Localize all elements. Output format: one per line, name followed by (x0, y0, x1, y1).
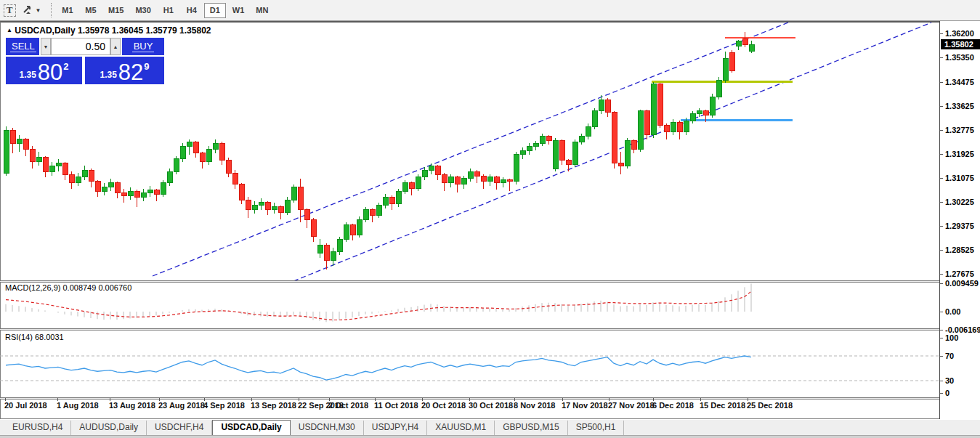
candle-body (657, 84, 663, 125)
date-label: 2 Oct 2018 (328, 401, 368, 410)
chart-tab-usdjpy[interactable]: USDJPY,H4 (364, 421, 427, 435)
axis-tick (940, 330, 943, 330)
candle-body (461, 179, 466, 184)
candle-body (572, 142, 578, 164)
candle-body (115, 183, 120, 193)
price-axis-label: 1.29375 (945, 222, 974, 230)
pane-divider (0, 397, 980, 400)
axis-tick (940, 106, 943, 107)
candle-body (566, 161, 571, 165)
timeframe-button-h4[interactable]: H4 (181, 3, 203, 18)
buy-price-display[interactable]: 1.35 82 9 (85, 57, 164, 84)
channel-trendline[interactable] (153, 23, 788, 276)
candle-body (684, 121, 689, 132)
volume-decrease-button[interactable]: ▼ (41, 38, 51, 55)
timeframe-button-m5[interactable]: M5 (80, 3, 102, 18)
rsi-pane-canvas[interactable] (0, 330, 939, 397)
date-label: 20 Oct 2018 (421, 401, 466, 410)
sell-price-display[interactable]: 1.35 80 2 (6, 57, 82, 84)
candle-body (161, 183, 166, 195)
candle-body (76, 177, 81, 183)
macd-pane-canvas[interactable] (0, 283, 939, 328)
candle-body (514, 155, 519, 182)
candle-body (402, 183, 408, 192)
macd-signal-line (6, 291, 751, 320)
candle-body (736, 41, 741, 46)
date-label: 30 Oct 2018 (469, 401, 513, 410)
candle-body (337, 239, 342, 251)
timeframe-button-m30[interactable]: M30 (130, 3, 155, 18)
price-axis[interactable]: 1.362001.353501.344751.336251.327751.319… (939, 21, 980, 419)
volume-increase-button[interactable]: ▲ (110, 38, 121, 55)
sell-button[interactable]: SELL (6, 38, 39, 55)
chart-tab-xauusd[interactable]: XAUUSD,M1 (427, 421, 495, 435)
candle-body (383, 197, 388, 206)
candle-body (455, 177, 460, 184)
date-label: 11 Oct 2018 (374, 401, 418, 410)
candle-body (219, 143, 224, 160)
candle-body (527, 146, 532, 150)
date-label: 17 Nov 2018 (562, 401, 608, 410)
candle-body (69, 174, 74, 183)
chart-tab-usdcnh[interactable]: USDCNH,M30 (291, 421, 364, 435)
candle-body (409, 183, 414, 189)
chart-tab-usdcad[interactable]: USDCAD,Daily (212, 420, 290, 435)
buy-button[interactable]: BUY (122, 38, 164, 55)
axis-tick (940, 356, 943, 357)
candle-body (553, 141, 558, 169)
candle-body (520, 150, 525, 155)
candle-body (324, 245, 329, 260)
rsi-axis-label: 30 (945, 376, 954, 385)
bottom-strip (0, 435, 980, 438)
timeframe-button-mn[interactable]: MN (251, 3, 273, 18)
timeframe-button-m1[interactable]: M1 (57, 3, 78, 18)
timeframe-button-w1[interactable]: W1 (227, 3, 250, 18)
candle-body (507, 180, 512, 182)
candle-body (49, 166, 54, 171)
date-label: 4 Sep 2018 (203, 401, 245, 410)
candle-body (89, 170, 94, 182)
chart-tab-eurusd[interactable]: EURUSD,H4 (4, 421, 71, 435)
timeframe-button-m15[interactable]: M15 (103, 3, 129, 18)
axis-tick (940, 274, 943, 275)
candle-body (631, 141, 636, 150)
volume-input[interactable] (51, 38, 110, 55)
price-axis-label: 1.31075 (945, 174, 974, 182)
candle-body (396, 191, 401, 203)
price-axis-label: 1.36200 (945, 29, 974, 38)
chart-tab-gbpusd[interactable]: GBPUSD,M15 (495, 421, 567, 435)
candle-body (474, 171, 479, 176)
axis-tick (940, 82, 943, 83)
candle-body (370, 210, 375, 216)
candle-body (350, 225, 355, 235)
arrows-tool-icon[interactable]: ▼ (19, 2, 44, 18)
candle-body (729, 52, 734, 70)
candle-body (193, 142, 198, 153)
candle-body (363, 210, 368, 220)
candle-body (579, 137, 584, 142)
date-label: 27 Nov 2018 (608, 401, 655, 410)
candle-body (187, 142, 192, 146)
price-axis-label: 1.28525 (945, 246, 974, 254)
candle-body (331, 252, 336, 261)
axis-tick (940, 393, 943, 394)
date-label: 13 Sep 2018 (251, 401, 296, 410)
timeframe-button-d1[interactable]: D1 (204, 3, 226, 18)
candle-body (239, 184, 244, 200)
chart-tab-sp500[interactable]: SP500,H1 (568, 421, 625, 435)
candle-body (664, 125, 669, 132)
text-tool-icon[interactable]: T (1, 2, 17, 18)
chart-tab-audusd[interactable]: AUDUSD,Daily (71, 421, 147, 435)
candle-body (487, 177, 493, 182)
candle-body (4, 131, 9, 173)
top-toolbar: T ▼ M1M5M15M30H1H4D1W1MN (0, 0, 980, 21)
price-axis-label: 1.34475 (945, 78, 974, 86)
candle-body (677, 122, 682, 132)
candle-body (422, 170, 427, 177)
candle-body (317, 245, 323, 254)
rsi-axis-label: 0 (945, 389, 949, 397)
date-label: 25 Dec 2018 (747, 401, 793, 410)
candle-body (605, 100, 610, 112)
chart-tab-usdchf[interactable]: USDCHF,H4 (147, 421, 212, 435)
timeframe-button-h1[interactable]: H1 (158, 3, 179, 18)
